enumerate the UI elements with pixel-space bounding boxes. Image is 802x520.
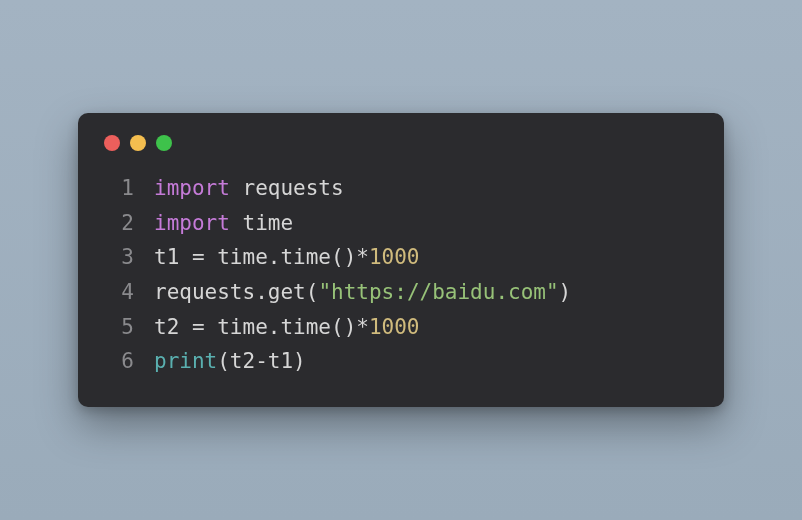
token-default: requests xyxy=(230,176,344,200)
token-default: time xyxy=(230,211,293,235)
code-block: 1import requests2import time3t1 = time.t… xyxy=(104,171,698,379)
token-default: (t2-t1) xyxy=(217,349,306,373)
token-builtin: print xyxy=(154,349,217,373)
line-number: 4 xyxy=(104,275,134,310)
code-line: 5t2 = time.time()*1000 xyxy=(104,310,698,345)
token-default: t1 = time.time()* xyxy=(154,245,369,269)
token-default: ) xyxy=(559,280,572,304)
code-line: 4requests.get("https://baidu.com") xyxy=(104,275,698,310)
line-content: requests.get("https://baidu.com") xyxy=(154,275,571,310)
token-keyword: import xyxy=(154,176,230,200)
line-content: t2 = time.time()*1000 xyxy=(154,310,420,345)
line-number: 5 xyxy=(104,310,134,345)
code-line: 3t1 = time.time()*1000 xyxy=(104,240,698,275)
line-number: 1 xyxy=(104,171,134,206)
code-line: 2import time xyxy=(104,206,698,241)
line-number: 2 xyxy=(104,206,134,241)
code-line: 1import requests xyxy=(104,171,698,206)
code-window: 1import requests2import time3t1 = time.t… xyxy=(78,113,724,407)
token-number: 1000 xyxy=(369,315,420,339)
maximize-icon[interactable] xyxy=(156,135,172,151)
line-content: import requests xyxy=(154,171,344,206)
minimize-icon[interactable] xyxy=(130,135,146,151)
token-string: "https://baidu.com" xyxy=(318,280,558,304)
token-default: t2 = time.time()* xyxy=(154,315,369,339)
token-number: 1000 xyxy=(369,245,420,269)
token-keyword: import xyxy=(154,211,230,235)
line-content: print(t2-t1) xyxy=(154,344,306,379)
line-content: t1 = time.time()*1000 xyxy=(154,240,420,275)
line-number: 3 xyxy=(104,240,134,275)
close-icon[interactable] xyxy=(104,135,120,151)
line-content: import time xyxy=(154,206,293,241)
token-default: requests.get( xyxy=(154,280,318,304)
window-titlebar xyxy=(104,135,698,151)
code-line: 6print(t2-t1) xyxy=(104,344,698,379)
line-number: 6 xyxy=(104,344,134,379)
